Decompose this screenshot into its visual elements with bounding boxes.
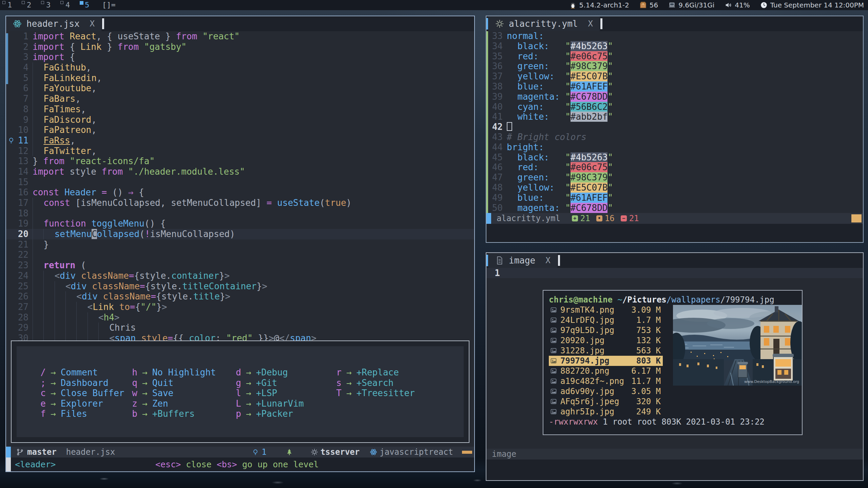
code-line[interactable]: 40 cyan: "#56B6C2" [489, 102, 863, 112]
code-line[interactable]: 7 FaBars, [6, 94, 474, 104]
code-line[interactable]: 8 FaTimes, [6, 104, 474, 115]
code-line[interactable]: 22 [6, 250, 474, 260]
code-line[interactable]: 12 FaTwitter, [6, 146, 474, 156]
code-line[interactable]: 5 FaLinkedin, [6, 73, 474, 83]
code-text: FaBars, [28, 94, 474, 104]
code-line[interactable]: 18 [6, 208, 474, 219]
which-key-binding[interactable]: d→+Debug [236, 367, 336, 378]
workspace-5[interactable]: 5 [77, 0, 97, 10]
workspace-1[interactable]: 1 [0, 0, 19, 10]
code-line[interactable]: 9 FaDiscord, [6, 115, 474, 125]
code-line[interactable]: 41 white: "#abb2bf" [489, 112, 863, 122]
tab-close-button[interactable]: X [588, 19, 593, 28]
workspace-4[interactable]: 4 [58, 0, 77, 10]
file-row[interactable]: aghr5Ip.jpg 249 K [549, 407, 663, 417]
code-line[interactable]: 6 FaYoutube, [6, 83, 474, 94]
code-line[interactable]: 50 magenta: "#C678DD" [489, 203, 863, 213]
code-line[interactable]: 26 <div className={style.title}> [6, 291, 474, 302]
code-line[interactable]: 39 magenta: "#C678DD" [489, 92, 863, 102]
code-line[interactable]: 46 red: "#e06c75" [489, 162, 863, 173]
code-line[interactable]: 49 blue: "#61AFEF" [489, 193, 863, 203]
file-row[interactable]: a19c482f~.png11.7 M [549, 376, 663, 386]
which-key-binding[interactable]: h→No Highlight [132, 367, 236, 378]
code-line[interactable]: 25 <div className={style.titleContainer}… [6, 281, 474, 292]
which-key-binding[interactable]: e→Explorer [40, 398, 132, 409]
code-line[interactable]: 45 black: "#4b5263" [489, 153, 863, 163]
code-line[interactable]: 1 [486, 268, 863, 278]
code-line[interactable]: 29 Chris [6, 323, 474, 333]
file-row[interactable]: 97q9L5D.jpg 753 K [549, 325, 663, 335]
code-line[interactable]: 47 green: "#98C379" [489, 173, 863, 183]
file-row[interactable]: 9rsmTK4.png3.09 M [549, 305, 663, 315]
code-line[interactable]: 1import React, { useState } from "react" [6, 31, 474, 42]
git-branch-name[interactable]: master [27, 447, 57, 457]
line-number: 17 [16, 198, 28, 208]
code-line[interactable]: 15 [6, 177, 474, 188]
which-key-binding[interactable]: c→Close Buffer [40, 388, 132, 398]
code-line[interactable]: 24 <div className={style.container}> [6, 271, 474, 281]
code-line[interactable]: 21 } [6, 239, 474, 250]
code-line[interactable]: 23 return ( [6, 260, 474, 271]
code-line[interactable]: 19 function toggleMenu() { [6, 218, 474, 229]
code-line[interactable]: 17 const [isMenuCollapsed, setMenuCollap… [6, 198, 474, 208]
code-line[interactable]: 3import { [6, 52, 474, 62]
file-row[interactable]: ad6v90y.jpg3.05 M [549, 386, 663, 396]
code-line[interactable]: 13} from "react-icons/fa" [6, 156, 474, 167]
code-line[interactable]: 20 setMenuCollapsed(!isMenuCollapsed) [6, 229, 474, 239]
file-row[interactable]: 799794.jpg 803 K [549, 356, 663, 366]
which-key-binding[interactable]: p→+Packer [236, 409, 336, 419]
code-line[interactable]: 36 green: "#98C379" [489, 61, 863, 72]
which-key-binding[interactable]: s→+Search [336, 378, 438, 388]
code-line[interactable]: 42 [489, 122, 863, 132]
code-line[interactable]: 35 red: "#e06c75" [489, 52, 863, 62]
which-key-binding[interactable]: f→Files [40, 409, 132, 419]
file-row[interactable]: AFq5r6j.jpeg 320 K [549, 396, 663, 407]
which-key-binding[interactable]: w→Save [132, 388, 236, 398]
code-buffer-alacritty[interactable]: 33normal:34 black: "#4b5263"35 red: "#e0… [486, 31, 863, 213]
code-line[interactable]: 33normal: [489, 31, 863, 41]
command-line[interactable]: <leader> <esc> close <bs> go up one leve… [6, 457, 474, 471]
shell-prompt: chris@machine ~/Pictures/wallpapers/7997… [549, 295, 796, 305]
which-key-binding[interactable]: T→+Treesitter [336, 388, 438, 398]
which-key-binding[interactable]: b→+Buffers [132, 409, 236, 419]
code-line[interactable]: 27 <Link to={"/"}> [6, 302, 474, 312]
tab-alacritty[interactable]: alacritty.yml X [488, 16, 600, 31]
which-key-binding[interactable]: z→Zen [132, 398, 236, 409]
code-line[interactable]: 37 yellow: "#E5C07B" [489, 72, 863, 82]
file-row[interactable]: 20920.jpg 132 K [549, 335, 663, 346]
tab-image[interactable]: image X [488, 253, 557, 268]
which-key-binding[interactable]: g→+Git [236, 378, 336, 388]
diagnostic-count[interactable]: 1 [262, 447, 266, 457]
file-row[interactable]: 31228.jpg 563 K [549, 346, 663, 356]
which-key-binding[interactable]: ;→Dashboard [40, 378, 132, 388]
scrollbar-thumb[interactable] [6, 33, 8, 84]
code-line[interactable]: 48 yellow: "#E5C07B" [489, 183, 863, 193]
layout-symbol[interactable]: []= [102, 0, 116, 10]
which-key-binding[interactable]: /→Comment [40, 367, 132, 378]
workspace-2[interactable]: 2 [19, 0, 39, 10]
code-line[interactable]: 2import { Link } from "gatsby" [6, 42, 474, 52]
code-line[interactable]: 38 blue: "#61AFEF" [489, 82, 863, 92]
which-key-binding[interactable]: L→+LunarVim [236, 398, 336, 409]
tab-headerjsx[interactable]: header.jsx X [6, 16, 101, 31]
code-line[interactable]: 4 FaGithub, [6, 62, 474, 73]
code-line[interactable]: 44bright: [489, 142, 863, 153]
code-line[interactable]: 10 FaPatreon, [6, 125, 474, 135]
line-number: 36 [489, 61, 503, 72]
file-row[interactable]: 24LrDFQ.jpg 1.7 M [549, 315, 663, 325]
code-line[interactable]: 14import style from "./header.module.les… [6, 167, 474, 177]
which-key-binding[interactable]: l→+LSP [236, 388, 336, 398]
workspace-3[interactable]: 3 [39, 0, 58, 10]
code-line[interactable]: 28 <h4> [6, 312, 474, 323]
git-added-icon: + [572, 215, 578, 221]
line-number: 26 [16, 291, 28, 302]
which-key-binding[interactable]: r→+Replace [336, 367, 438, 378]
code-line[interactable]: 43# Bright colors [489, 132, 863, 142]
file-row[interactable]: 882720.png6.17 M [549, 366, 663, 376]
code-line[interactable]: 34 black: "#4b5263" [489, 41, 863, 52]
code-line[interactable]: 16const Header = () ⇒ { [6, 187, 474, 198]
code-line[interactable]: 11 FaRss, [6, 135, 474, 146]
tab-close-button[interactable]: X [545, 256, 550, 265]
tab-close-button[interactable]: X [90, 19, 95, 28]
which-key-binding[interactable]: q→Quit [132, 378, 236, 388]
